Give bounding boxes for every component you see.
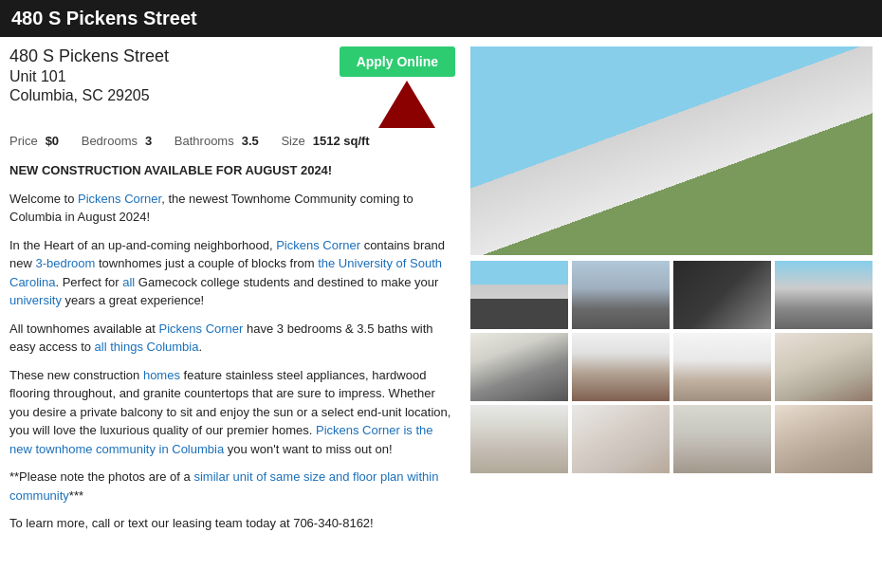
right-panel [470, 46, 873, 542]
page-title: 480 S Pickens Street [0, 0, 882, 37]
thumbnail-3[interactable] [673, 261, 771, 329]
description-p2: In the Heart of an up-and-coming neighbo… [9, 236, 455, 310]
apply-button-area: Apply Online [340, 46, 455, 128]
address-block: 480 S Pickens Street Unit 101 Columbia, … [9, 46, 169, 114]
thumbnail-6[interactable] [572, 333, 670, 401]
thumbnail-1[interactable] [470, 261, 568, 329]
thumbnail-7[interactable] [673, 333, 771, 401]
description-headline: NEW CONSTRUCTION AVAILABLE FOR AUGUST 20… [9, 161, 455, 180]
thumbnail-5[interactable] [470, 333, 568, 401]
description-disclaimer: **Please note the photos are of a simila… [9, 468, 455, 505]
address-apply-row: 480 S Pickens Street Unit 101 Columbia, … [9, 46, 455, 128]
thumbnail-9[interactable] [470, 405, 568, 473]
bathrooms-value: 3.5 [242, 134, 259, 148]
main-photo[interactable] [470, 46, 873, 255]
address-line1: 480 S Pickens Street [9, 46, 169, 66]
bedrooms-label: Bedrooms [82, 134, 138, 148]
thumbnail-8[interactable] [775, 333, 873, 401]
bathrooms-label: Bathrooms [175, 134, 234, 148]
description-block: NEW CONSTRUCTION AVAILABLE FOR AUGUST 20… [9, 161, 455, 533]
price-label: Price [9, 134, 38, 148]
price-value: $0 [46, 134, 59, 148]
description-contact: To learn more, call or text our leasing … [9, 514, 455, 533]
arrow-up-icon [378, 81, 435, 128]
specs-row: Price $0 Bedrooms 3 Bathrooms 3.5 Size 1… [9, 134, 455, 148]
thumbnail-10[interactable] [572, 405, 670, 473]
size-label: Size [281, 134, 304, 148]
size-value: 1512 sq/ft [313, 134, 370, 148]
apply-online-button[interactable]: Apply Online [340, 46, 455, 77]
bedrooms-value: 3 [145, 134, 152, 148]
thumbnail-11[interactable] [673, 405, 771, 473]
thumbnail-12[interactable] [775, 405, 873, 473]
description-p4: These new construction homes feature sta… [9, 366, 455, 459]
address-line3: Columbia, SC 29205 [9, 87, 169, 104]
description-p3: All townhomes available at Pickens Corne… [9, 320, 455, 357]
thumbnail-4[interactable] [775, 261, 873, 329]
thumbnail-2[interactable] [572, 261, 670, 329]
thumbnails-grid [470, 261, 873, 473]
address-line2: Unit 101 [9, 68, 169, 85]
left-panel: 480 S Pickens Street Unit 101 Columbia, … [9, 46, 455, 542]
description-p1: Welcome to Pickens Corner, the newest To… [9, 190, 455, 227]
title-text: 480 S Pickens Street [11, 8, 197, 28]
